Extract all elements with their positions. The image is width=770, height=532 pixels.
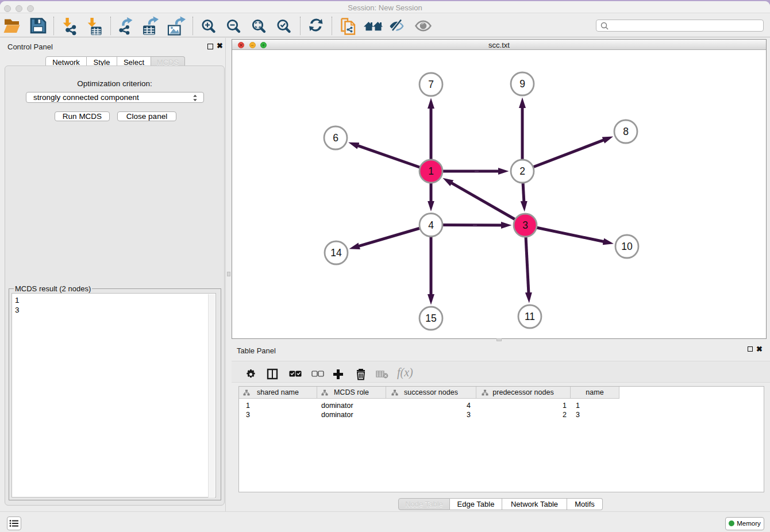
svg-text:8: 8 [623,126,629,137]
svg-text:2: 2 [519,165,525,177]
svg-text:11: 11 [525,311,535,322]
svg-text:3: 3 [522,219,528,231]
svg-text:9: 9 [519,78,525,90]
svg-text:4: 4 [428,219,434,231]
svg-text:7: 7 [428,79,434,90]
svg-text:1: 1 [428,165,434,177]
svg-text:6: 6 [333,132,338,144]
svg-text:15: 15 [425,313,436,324]
svg-text:14: 14 [330,247,342,259]
svg-text:10: 10 [621,241,633,252]
